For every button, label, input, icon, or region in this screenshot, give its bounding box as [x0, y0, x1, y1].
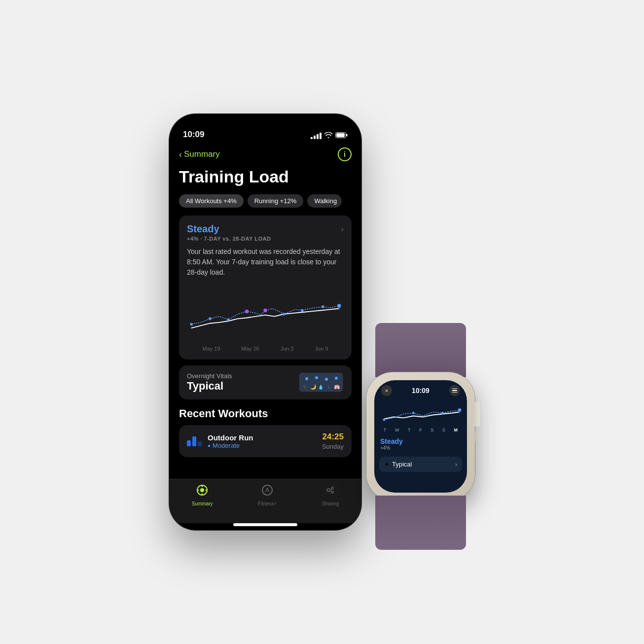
svg-point-8	[263, 309, 267, 312]
back-button[interactable]: ‹ Summary	[179, 149, 220, 160]
svg-point-36	[383, 419, 385, 421]
chart-label-1: May 19	[203, 346, 220, 352]
wifi-icon	[324, 132, 332, 140]
svg-text:🌙: 🌙	[310, 384, 317, 390]
svg-point-29	[202, 494, 203, 495]
segment-control: All Workouts +4% Running +12% Walking	[179, 194, 352, 208]
tab-fitness-icon	[261, 484, 273, 499]
segment-running[interactable]: Running +12%	[248, 194, 304, 208]
load-description: Your last rated workout was recorded yes…	[187, 247, 344, 278]
workout-intensity-icon	[187, 436, 202, 446]
watch-typical-label: Typical	[392, 461, 412, 468]
tab-fitness-plus[interactable]: Fitness+	[258, 484, 277, 506]
svg-point-13	[301, 309, 304, 312]
workout-day: Sunday	[322, 443, 344, 450]
status-time: 10:09	[183, 130, 204, 140]
page-title: Training Load	[179, 167, 352, 186]
watch-menu-button[interactable]	[449, 385, 460, 396]
tab-summary[interactable]: Summary	[192, 484, 213, 506]
menu-line-1	[452, 389, 457, 390]
segment-walking[interactable]: Walking	[307, 194, 342, 208]
svg-text:🫁: 🫁	[334, 384, 340, 390]
tab-sharing-icon	[324, 484, 336, 499]
svg-point-7	[245, 310, 249, 313]
watch-day-1: T	[384, 428, 387, 432]
svg-text:💧: 💧	[318, 384, 324, 390]
watch-button	[474, 431, 480, 441]
watch-day-3: T	[408, 428, 411, 432]
svg-point-32	[262, 485, 272, 495]
vitals-card[interactable]: Overnight Vitals Typical ♥ 🌙	[179, 365, 352, 399]
tab-bar: Summary Fitness+ Sharing	[169, 479, 361, 523]
dynamic-island	[236, 121, 295, 139]
svg-point-33	[327, 489, 330, 492]
vitals-title: Typical	[187, 380, 232, 393]
recent-workouts-title: Recent Workouts	[179, 407, 352, 420]
watch-days-row: T W T F S S M	[374, 428, 467, 434]
svg-rect-1	[346, 134, 348, 137]
chart-labels: May 19 May 26 Jun 2 Jun 9	[187, 346, 344, 352]
svg-point-27	[200, 488, 204, 492]
tab-sharing[interactable]: Sharing	[322, 484, 339, 506]
svg-point-19	[325, 378, 328, 381]
watch-time: 10:09	[412, 387, 429, 394]
menu-line-3	[452, 392, 457, 393]
svg-point-28	[202, 486, 203, 487]
chart-label-4: Jun 9	[315, 346, 328, 352]
svg-point-31	[206, 490, 207, 491]
svg-text:♥: ♥	[303, 384, 306, 390]
svg-point-30	[198, 490, 199, 491]
workout-info: Outdoor Run ● Moderate	[208, 433, 316, 449]
svg-point-14	[322, 305, 324, 308]
workout-card[interactable]: Outdoor Run ● Moderate 24:25 Sunday	[179, 425, 352, 457]
signal-bar-2	[314, 136, 316, 139]
watch-status-bar: × 10:09	[374, 380, 467, 398]
watch-day-2: W	[395, 428, 399, 432]
watch-day-5: S	[430, 428, 433, 432]
app-content: ‹ Summary i Training Load All Workouts +…	[169, 143, 361, 479]
watch-band-top	[375, 323, 466, 377]
watch-chart-area	[374, 398, 467, 428]
svg-point-39	[458, 408, 462, 412]
vitals-subtitle: Overnight Vitals	[187, 372, 232, 380]
tab-summary-label: Summary	[192, 501, 213, 506]
tab-summary-icon	[196, 484, 208, 499]
watch-steady-section: Steady +4%	[374, 434, 467, 454]
bar-3	[198, 441, 202, 446]
svg-text:🌡: 🌡	[326, 384, 331, 390]
workout-time: 24:25	[322, 432, 344, 442]
status-icons	[311, 132, 348, 140]
watch-screen: × 10:09	[374, 380, 467, 493]
iphone-device: 10:09	[169, 114, 361, 530]
watch-typical-row[interactable]: ✦ Typical ›	[379, 457, 462, 472]
menu-line-2	[452, 390, 457, 391]
watch-typical-left: ✦ Typical	[384, 461, 412, 468]
segment-all-workouts[interactable]: All Workouts +4%	[179, 194, 244, 208]
home-indicator	[233, 523, 297, 526]
back-chevron-icon: ‹	[179, 149, 182, 160]
back-label: Summary	[184, 149, 220, 159]
battery-icon	[335, 132, 348, 140]
watch-day-6: S	[442, 428, 445, 432]
iphone-screen: 10:09	[169, 114, 361, 530]
watch-day-7: M	[454, 428, 458, 432]
bar-1	[187, 440, 191, 446]
watch-typical-icon: ✦	[384, 461, 389, 468]
watch-body: × 10:09	[366, 372, 475, 501]
signal-bar-4	[320, 133, 322, 139]
signal-bar-1	[311, 137, 313, 139]
signal-bar-3	[317, 134, 319, 139]
chart-label-3: Jun 2	[281, 346, 294, 352]
tab-sharing-label: Sharing	[322, 501, 339, 506]
svg-point-10	[209, 318, 212, 321]
watch-close-button[interactable]: ×	[381, 385, 392, 396]
chart-label-2: May 26	[242, 346, 259, 352]
watch-crown	[474, 402, 480, 427]
vitals-icons: ♥ 🌙 💧 🌡 🫁	[299, 373, 344, 393]
svg-point-20	[335, 377, 338, 380]
watch-typical-chevron-icon: ›	[455, 461, 457, 468]
bar-2	[192, 436, 196, 446]
info-button[interactable]: i	[338, 147, 352, 161]
nav-bar: ‹ Summary i	[179, 143, 352, 167]
workout-dot-icon: ●	[208, 443, 211, 448]
